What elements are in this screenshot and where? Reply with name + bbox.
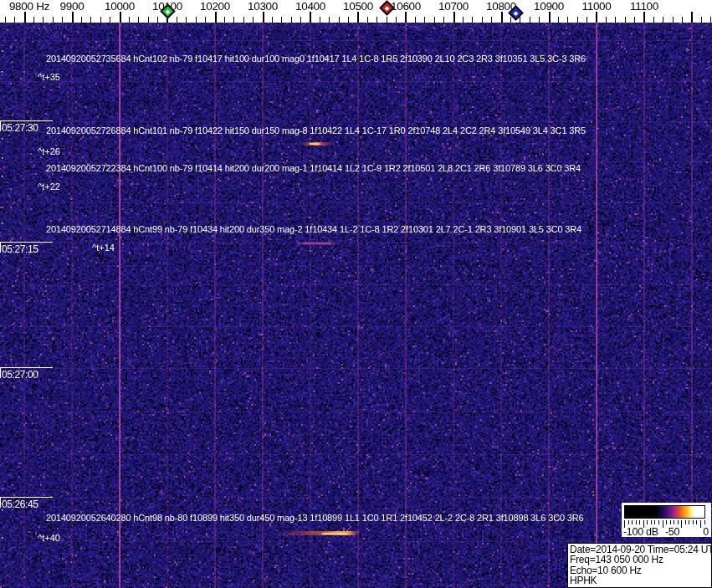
ruler-label: 11100: [630, 0, 658, 13]
ruler-tick: [549, 12, 551, 23]
ruler-tick: [177, 17, 177, 23]
time-tick-edge: [0, 367, 1, 378]
ruler-label: 10900: [534, 0, 564, 13]
ruler-tick: [100, 17, 101, 23]
colorbar-tick: [632, 520, 633, 524]
ruler-tick: [691, 12, 693, 23]
ruler-tick: [62, 17, 63, 23]
colorbar-tick: [651, 520, 652, 524]
ruler-label: 10000: [105, 0, 135, 13]
ruler-tick: [682, 17, 683, 23]
ruler-tick: [482, 17, 483, 23]
ruler-label: 9800 Hz: [9, 0, 49, 13]
ruler-tick: [663, 17, 663, 23]
event-annotation: 20140920052714884 hCnt99 nb-79 f10434 hi…: [46, 224, 581, 234]
ruler-tick: [501, 12, 503, 23]
ruler-tick: [53, 17, 54, 23]
ruler-tick: [673, 17, 674, 23]
time-label: 05:27:00: [2, 369, 38, 381]
ruler-tick: [33, 17, 34, 23]
time-tick-edge: [0, 497, 1, 508]
event-time-offset: ^t+26: [38, 146, 60, 156]
ruler-tick: [634, 17, 635, 23]
ruler-tick: [243, 17, 244, 23]
ruler-tick: [606, 17, 607, 23]
event-time-offset: ^t+40: [38, 533, 60, 543]
ruler-label: 10500: [343, 0, 373, 13]
ruler-tick: [148, 17, 149, 23]
ruler-tick: [205, 17, 206, 23]
ruler-tick: [434, 17, 435, 23]
event-annotation: 20140920052735684 hCnt102 nb-79 f10417 h…: [46, 54, 586, 64]
colorbar-gradient: [624, 505, 705, 519]
ruler-tick: [129, 17, 130, 23]
edge-tick-mark: `: [1, 140, 4, 146]
ruler-tick: [72, 12, 74, 23]
edge-tick-mark: `: [1, 73, 4, 79]
ruler-tick: [405, 12, 407, 23]
colorbar-tick: [647, 520, 648, 524]
info-box: Date=2014-09-20 Time=05:24 UTC Freq=143 …: [567, 543, 712, 588]
marker-center-dot: [165, 8, 170, 13]
ruler-tick: [329, 17, 330, 23]
ruler-tick: [453, 12, 455, 23]
ruler-tick: [24, 12, 26, 23]
time-tick-edge: [0, 120, 1, 131]
time-label: 05:26:45: [2, 499, 38, 510]
ruler-tick: [530, 17, 530, 23]
ruler-tick: [5, 17, 6, 23]
marker-center-dot: [384, 5, 389, 10]
colorbar-label-min: -100 dB: [623, 526, 658, 538]
ruler-tick: [320, 17, 320, 23]
ruler-tick: [263, 12, 264, 23]
colorbar-tick: [658, 520, 659, 524]
colorbar-tick: [685, 520, 686, 524]
frequency-ruler: 9800 Hz990010000101001020010300104001050…: [0, 0, 712, 23]
colorbar-tick: [674, 520, 674, 524]
ruler-tick: [281, 17, 282, 23]
colorbar-label-mid: -50: [665, 526, 679, 538]
ruler-tick: [300, 17, 301, 23]
ruler-tick: [367, 17, 368, 23]
edge-tick-mark: `: [1, 224, 4, 231]
ruler-tick: [339, 17, 340, 23]
ruler-label: 10700: [438, 0, 469, 13]
colorbar-tick: [636, 520, 637, 524]
edge-tick-mark: `: [1, 511, 4, 518]
ruler-tick: [186, 17, 187, 23]
ruler-tick: [157, 17, 158, 23]
spectrogram-canvas: [0, 23, 712, 588]
event-annotation: 20140920052726884 hCnt101 nb-79 f10422 h…: [46, 125, 586, 135]
ruler-tick: [567, 17, 568, 23]
ruler-tick: [577, 17, 578, 23]
ruler-tick: [396, 17, 397, 23]
edge-tick-mark: `: [1, 177, 4, 184]
colorbar-tick: [670, 520, 671, 524]
ruler-tick: [138, 17, 139, 23]
ruler-tick: [558, 17, 559, 23]
ruler-label: 10200: [200, 0, 230, 13]
ruler-tick: [701, 17, 702, 23]
ruler-tick: [415, 17, 416, 23]
edge-tick-mark: `: [1, 52, 4, 59]
ruler-tick: [615, 17, 616, 23]
ruler-tick: [357, 12, 359, 23]
time-tick-line: [0, 367, 53, 368]
ruler-tick: [710, 17, 711, 23]
ruler-label: 10300: [248, 0, 278, 13]
ruler-tick: [463, 17, 464, 23]
time-tick-edge: [0, 242, 1, 253]
ruler-label: 10400: [295, 0, 325, 13]
ruler-tick: [376, 17, 377, 23]
colorbar-tick: [704, 520, 705, 524]
ruler-tick: [587, 17, 587, 23]
ruler-tick: [291, 17, 292, 23]
event-time-offset: ^t+35: [38, 72, 60, 82]
ruler-tick: [424, 17, 425, 23]
ruler-tick: [643, 12, 645, 23]
ruler-tick: [43, 17, 44, 23]
ruler-tick: [348, 17, 349, 23]
colorbar-tick: [678, 520, 679, 524]
ruler-tick: [653, 17, 654, 23]
ruler-tick: [110, 17, 110, 23]
